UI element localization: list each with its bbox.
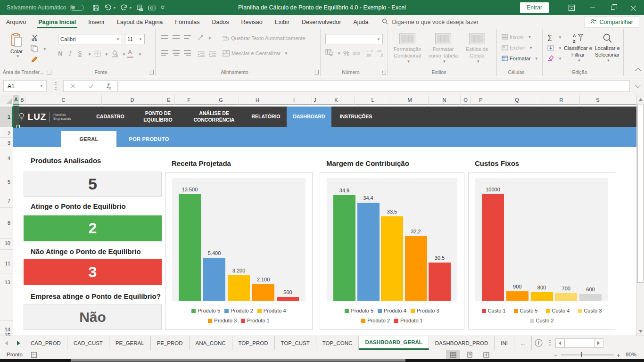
sheet-tab-pe_geral[interactable]: PE_GERAL bbox=[109, 336, 151, 350]
expand-formula-bar-icon[interactable] bbox=[635, 82, 640, 88]
customize-qat-icon[interactable] bbox=[160, 5, 165, 10]
number-format-select[interactable]: ▼ bbox=[325, 34, 383, 44]
vertical-scroll-thumb[interactable] bbox=[637, 105, 644, 283]
sign-in-button[interactable]: Entrar bbox=[520, 2, 549, 13]
redo-dropdown-icon[interactable]: ▾ bbox=[130, 6, 132, 10]
sheet-tab-ana_conc[interactable]: ANA_CONC bbox=[190, 336, 232, 350]
minimize-button[interactable] bbox=[582, 0, 603, 15]
font-size-select[interactable]: 11▼ bbox=[125, 34, 145, 44]
autosave-toggle[interactable] bbox=[70, 5, 84, 11]
nav-item-cadastro[interactable]: CADASTRO bbox=[88, 107, 133, 127]
close-button[interactable] bbox=[623, 0, 644, 15]
vertical-scrollbar[interactable] bbox=[636, 95, 644, 336]
autosave-control[interactable]: Salvamento Automático bbox=[7, 4, 84, 11]
column-header-A[interactable]: A bbox=[13, 95, 19, 105]
row-header-14[interactable]: 14 bbox=[5, 327, 10, 332]
menu-tab-página-inicial[interactable]: Página Inicial bbox=[32, 15, 82, 29]
page-break-view-button[interactable] bbox=[479, 350, 493, 359]
normal-view-button[interactable] bbox=[446, 350, 460, 359]
nav-item-ponto-de-equilíbrio[interactable]: PONTO DE EQUILÍBRIO bbox=[133, 107, 183, 127]
zoom-slider-thumb[interactable] bbox=[581, 352, 582, 357]
redo-icon[interactable] bbox=[120, 4, 128, 11]
column-header-G[interactable]: G bbox=[203, 95, 239, 105]
menu-tab-ajuda[interactable]: Ajuda bbox=[347, 15, 374, 29]
row-header-8[interactable]: 8 bbox=[8, 220, 10, 226]
menu-tab-desenvolvedor[interactable]: Desenvolvedor bbox=[296, 15, 347, 29]
subtab-por-produto[interactable]: POR PRODUTO bbox=[123, 131, 175, 147]
row-header-10[interactable]: 10 bbox=[5, 240, 10, 246]
row-header-13[interactable]: 13 bbox=[5, 280, 10, 285]
hscroll-left-icon[interactable] bbox=[555, 338, 565, 348]
column-header-I[interactable]: I bbox=[276, 95, 312, 105]
row-header-7[interactable]: 7 bbox=[8, 198, 10, 204]
menu-tab-arquivo[interactable]: Arquivo bbox=[0, 15, 32, 29]
page-layout-view-button[interactable] bbox=[462, 350, 477, 359]
paste-button[interactable]: Colar ▼ bbox=[10, 33, 23, 58]
sheet-tab-dashboard_geral[interactable]: DASHBOARD_GERAL bbox=[359, 336, 429, 350]
undo-icon[interactable] bbox=[104, 4, 112, 11]
row-header-11[interactable]: 11 bbox=[5, 261, 10, 266]
row-header-5[interactable]: 5 bbox=[8, 179, 10, 185]
share-button[interactable]: Compartilhar bbox=[584, 16, 639, 28]
restore-button[interactable] bbox=[603, 0, 623, 15]
sheet-nav-next-icon[interactable] bbox=[12, 336, 25, 350]
save-icon[interactable] bbox=[92, 4, 99, 11]
camera-icon[interactable] bbox=[148, 5, 156, 11]
font-dialog-launcher-icon[interactable] bbox=[149, 70, 154, 74]
column-header-B[interactable]: B bbox=[19, 95, 25, 105]
sheet-tab-dashboard_prod[interactable]: DASHBOARD_PROD bbox=[429, 336, 495, 350]
scroll-down-icon[interactable] bbox=[637, 327, 644, 336]
zoom-in-icon[interactable]: + bbox=[617, 352, 620, 359]
column-header-D[interactable]: D bbox=[102, 95, 163, 105]
selected-cell-a1[interactable] bbox=[13, 106, 19, 128]
menu-tab-layout-da-página[interactable]: Layout da Página bbox=[111, 15, 169, 29]
hscroll-right-icon[interactable] bbox=[594, 338, 603, 348]
sheet-tab-ini[interactable]: INI bbox=[495, 336, 514, 350]
autosum-icon[interactable]: ∑ bbox=[547, 33, 552, 41]
column-header-C[interactable]: C bbox=[25, 95, 102, 105]
sheet-tab-top_conc[interactable]: TOP_CONC bbox=[316, 336, 359, 350]
macro-record-icon[interactable] bbox=[31, 352, 37, 358]
column-header-O[interactable]: O bbox=[461, 95, 471, 105]
row-1-selected-highlight[interactable] bbox=[0, 107, 13, 127]
column-header-partial[interactable] bbox=[616, 95, 636, 105]
collapse-ribbon-icon[interactable] bbox=[635, 68, 641, 74]
fill-down-icon[interactable] bbox=[547, 44, 554, 53]
sheet-tab-top_cust[interactable]: TOP_CUST bbox=[275, 336, 316, 350]
tell-me-search[interactable]: Diga-me o que você deseja fazer bbox=[382, 18, 478, 26]
zoom-slider-track[interactable] bbox=[561, 354, 614, 355]
column-header-M[interactable]: M bbox=[391, 95, 429, 105]
ribbon-display-options-icon[interactable] bbox=[561, 0, 582, 15]
column-header-R[interactable]: R bbox=[543, 95, 580, 105]
sheet-tab-...[interactable]: ... bbox=[514, 336, 532, 350]
subtab-geral[interactable]: GERAL bbox=[61, 131, 116, 147]
column-header-E[interactable]: E bbox=[163, 95, 175, 105]
new-sheet-button[interactable] bbox=[532, 336, 546, 350]
row-header-4[interactable]: 4 bbox=[8, 156, 10, 161]
nav-item-instruções[interactable]: INSTRUÇÕES bbox=[331, 107, 380, 127]
sheet-tab-cad_prod[interactable]: CAD_PROD bbox=[25, 336, 67, 350]
zoom-out-icon[interactable]: − bbox=[554, 352, 558, 359]
nav-item-relatório[interactable]: RELATÓRIO bbox=[245, 107, 287, 127]
menu-tab-revisão[interactable]: Revisão bbox=[235, 15, 269, 29]
sort-filter-button[interactable]: AZ Classificar e Filtrar▼ bbox=[563, 33, 593, 63]
sheet-tab-cad_cust[interactable]: CAD_CUST bbox=[67, 336, 109, 350]
nav-item-análise-de-concorrência[interactable]: ANÁLISE DE CONCORRÊNCIA bbox=[183, 107, 245, 127]
row-header-1[interactable]: 1 bbox=[8, 114, 10, 120]
undo-dropdown-icon[interactable]: ▾ bbox=[114, 6, 116, 10]
formula-input[interactable] bbox=[119, 80, 630, 92]
zoom-level[interactable]: 90% bbox=[626, 352, 636, 357]
column-header-Q[interactable]: Q bbox=[491, 95, 543, 105]
clipboard-dialog-launcher-icon[interactable] bbox=[47, 70, 51, 74]
find-select-button[interactable]: Localizar e Selecionar▼ bbox=[593, 33, 622, 63]
nav-item-dashboard[interactable]: DASHBOARD bbox=[287, 107, 331, 127]
menu-tab-exibir[interactable]: Exibir bbox=[269, 15, 296, 29]
menu-tab-fórmulas[interactable]: Fórmulas bbox=[169, 15, 206, 29]
name-box[interactable]: A1▼ bbox=[3, 80, 47, 92]
menu-tab-inserir[interactable]: Inserir bbox=[82, 15, 111, 29]
column-header-N[interactable]: N bbox=[429, 95, 461, 105]
horizontal-scroll-track[interactable] bbox=[565, 338, 594, 348]
print-preview-icon[interactable] bbox=[136, 4, 143, 11]
tabstrip-splitter[interactable] bbox=[549, 340, 551, 346]
column-header-P[interactable]: P bbox=[471, 95, 491, 105]
